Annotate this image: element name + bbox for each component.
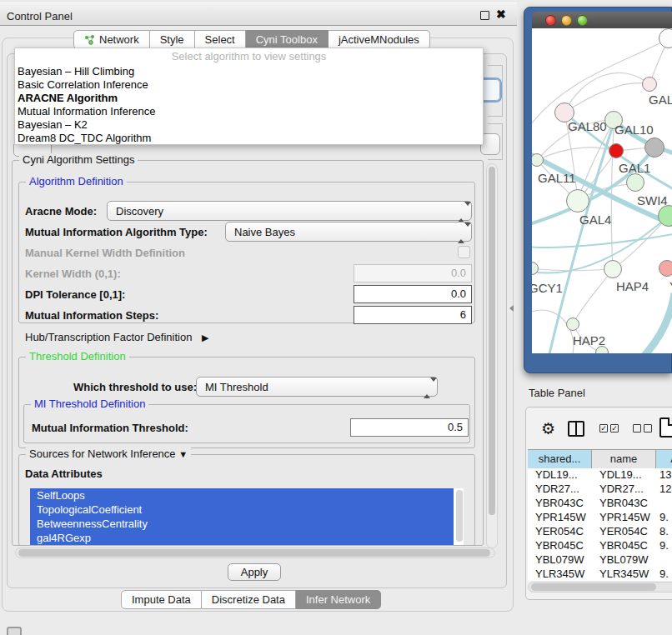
settings-vertical-scrollbar[interactable] bbox=[486, 163, 498, 548]
tab-discretize-data[interactable]: Discretize Data bbox=[202, 590, 296, 609]
tab-infer-network[interactable]: Infer Network bbox=[296, 590, 381, 609]
attribute-item-gal4rgexp[interactable]: gal4RGexp bbox=[30, 531, 454, 545]
node-label-gal10: GAL10 bbox=[614, 122, 654, 137]
which-threshold-label: Which threshold to use: bbox=[73, 381, 197, 393]
aracne-mode-label: Aracne Mode: bbox=[25, 205, 97, 218]
minimized-panel-icon[interactable] bbox=[7, 627, 22, 635]
manual-kernel-checkbox[interactable] bbox=[458, 246, 470, 258]
table-row[interactable]: YBR045CYBR045C9. bbox=[528, 538, 672, 552]
table-cell: YER054C bbox=[528, 524, 592, 538]
network-node-gal[interactable] bbox=[642, 77, 657, 92]
table-cell: YPR145W bbox=[528, 510, 592, 524]
table-row[interactable]: YBR043CYBR043C bbox=[528, 496, 672, 510]
network-node[interactable] bbox=[626, 173, 644, 192]
close-panel-icon[interactable]: ✖ bbox=[496, 8, 506, 21]
algorithm-item-bayesian-hill-climbing[interactable]: Bayesian – Hill Climbing bbox=[15, 65, 483, 78]
combo-arrows-icon bbox=[458, 227, 464, 239]
tab-style[interactable]: Style bbox=[150, 30, 195, 49]
column-header-shared[interactable]: shared... bbox=[528, 450, 592, 468]
table-body: YDL19...YDL19...13YDR27...YDR27...12YBR0… bbox=[528, 468, 672, 581]
algorithm-item-bayesian-k2[interactable]: Bayesian – K2 bbox=[15, 118, 483, 132]
table-row[interactable]: YDR27...YDR27...12 bbox=[528, 482, 672, 496]
tab-discretize-data-label: Discretize Data bbox=[212, 591, 285, 608]
attribute-item-betweennesscentrality[interactable]: BetweennessCentrality bbox=[30, 517, 454, 531]
gear-icon[interactable]: ⚙ bbox=[541, 419, 555, 438]
attribute-item-selfloops[interactable]: SelfLoops bbox=[30, 488, 454, 502]
algorithm-definition-title: Algorithm Definition bbox=[26, 175, 127, 188]
dpi-tolerance-field[interactable]: 0.0 bbox=[354, 285, 472, 303]
table-cell: YBR045C bbox=[592, 538, 656, 552]
aracne-mode-combo[interactable]: Discovery bbox=[107, 201, 472, 221]
kernel-width-label: Kernel Width (0,1): bbox=[25, 268, 121, 280]
network-node-gal4[interactable] bbox=[566, 189, 589, 212]
table-toolbar: ⚙ ✓✓ bbox=[526, 408, 672, 449]
table-row[interactable]: YBL079WYBL079W bbox=[528, 552, 672, 567]
column-header-name[interactable]: name bbox=[592, 450, 656, 468]
tab-cyni-toolbox-label: Cyni Toolbox bbox=[256, 31, 318, 48]
table-panel-title: Table Panel bbox=[529, 387, 585, 399]
sources-title[interactable]: Sources for Network Inference ▼ bbox=[26, 448, 191, 460]
table-row[interactable]: YLR345WYLR345W9. bbox=[528, 567, 672, 581]
kernel-width-field[interactable]: 0.0 bbox=[354, 264, 472, 282]
minimize-light-icon[interactable] bbox=[561, 15, 572, 26]
which-threshold-combo[interactable]: MI Threshold bbox=[196, 377, 438, 397]
tab-network-label: Network bbox=[99, 31, 139, 48]
hub-definition-toggle[interactable]: Hub/Transcription Factor Definition ▶ bbox=[25, 331, 208, 343]
zoom-light-icon[interactable] bbox=[577, 15, 588, 26]
tab-network[interactable]: Network bbox=[73, 30, 150, 49]
column-chooser-icon[interactable] bbox=[568, 421, 584, 437]
network-node-hap4[interactable] bbox=[604, 260, 622, 278]
table-horizontal-scrollbar[interactable] bbox=[528, 582, 672, 592]
network-window-titlebar[interactable] bbox=[532, 12, 672, 28]
algorithm-item-basic-correlation-inference[interactable]: Basic Correlation Inference bbox=[15, 78, 483, 92]
close-light-icon[interactable] bbox=[545, 15, 556, 26]
network-node[interactable] bbox=[644, 138, 664, 158]
main-tabs: NetworkStyleSelectCyni ToolboxjActiveMNo… bbox=[73, 30, 430, 49]
table-cell: YLR345W bbox=[592, 567, 656, 581]
unselect-all-icon[interactable] bbox=[633, 424, 652, 432]
table-row[interactable]: YDL19...YDL19...13 bbox=[528, 468, 672, 482]
mi-threshold-field[interactable]: 0.5 bbox=[350, 418, 469, 437]
panel-splitter-collapse-icon[interactable] bbox=[509, 305, 514, 312]
settings-vertical-scrollbar-thumb[interactable] bbox=[489, 167, 495, 515]
data-attributes-label: Data Attributes bbox=[25, 468, 103, 480]
algorithm-item-aracne-algorithm[interactable]: ARACNE Algorithm bbox=[15, 92, 483, 105]
control-panel-title: Control Panel bbox=[7, 10, 73, 22]
attribute-item-topologicalcoefficient[interactable]: TopologicalCoefficient bbox=[30, 502, 454, 517]
mi-threshold-label: Mutual Information Threshold: bbox=[32, 422, 188, 434]
control-panel-titlebar: Control Panel ✖ bbox=[0, 2, 517, 26]
algorithm-item-dream8-dc-tdc-algorithm[interactable]: Dream8 DC_TDC Algorithm bbox=[15, 132, 483, 145]
network-node-hap2[interactable] bbox=[566, 318, 579, 331]
algorithm-dropdown-placeholder: Select algorithm to view settings bbox=[15, 48, 483, 65]
apply-button[interactable]: Apply bbox=[228, 563, 281, 581]
network-node[interactable] bbox=[595, 346, 609, 353]
network-view-window[interactable]: GALGAL80GAL10GAL1GAL11GAL4SWI4GCY1HAP4YH… bbox=[524, 7, 672, 373]
settings-horizontal-scrollbar-thumb[interactable] bbox=[18, 549, 490, 557]
table-cell: 12 bbox=[656, 482, 672, 496]
tab-select[interactable]: Select bbox=[195, 30, 246, 49]
tab-impute-data[interactable]: Impute Data bbox=[121, 590, 202, 609]
collapsed-arrow-icon: ▶ bbox=[202, 332, 208, 342]
manual-kernel-label: Manual Kernel Width Definition bbox=[25, 247, 185, 259]
tab-cyni-toolbox[interactable]: Cyni Toolbox bbox=[246, 30, 328, 49]
algorithm-item-mutual-information-inference[interactable]: Mutual Information Inference bbox=[15, 105, 483, 118]
float-panel-icon[interactable] bbox=[480, 11, 489, 20]
table-cell: YBR045C bbox=[528, 538, 592, 552]
settings-horizontal-scrollbar[interactable] bbox=[15, 548, 495, 558]
select-all-icon[interactable]: ✓✓ bbox=[599, 424, 619, 432]
tab-impute-data-label: Impute Data bbox=[132, 591, 191, 608]
table-horizontal-scrollbar-thumb[interactable] bbox=[531, 583, 656, 591]
network-node-gal1[interactable] bbox=[609, 143, 624, 158]
mi-steps-field[interactable]: 6 bbox=[354, 306, 472, 324]
column-header-a[interactable]: A bbox=[656, 450, 672, 468]
network-canvas[interactable]: GALGAL80GAL10GAL1GAL11GAL4SWI4GCY1HAP4YH… bbox=[532, 28, 672, 353]
table-row[interactable]: YPR145WYPR145W9. bbox=[528, 510, 672, 524]
mi-algorithm-type-combo[interactable]: Naive Bayes bbox=[225, 222, 472, 242]
export-table-icon[interactable] bbox=[659, 418, 672, 438]
attributes-scrollbar[interactable] bbox=[456, 490, 463, 542]
node-label-gal80: GAL80 bbox=[568, 119, 607, 133]
tab-jactivemnodules[interactable]: jActiveMNodules bbox=[328, 30, 430, 49]
network-node-y[interactable] bbox=[659, 260, 672, 277]
cyni-mode-tabs: Impute DataDiscretize DataInfer Network bbox=[121, 590, 381, 609]
table-row[interactable]: YER054CYER054C8. bbox=[528, 524, 672, 538]
